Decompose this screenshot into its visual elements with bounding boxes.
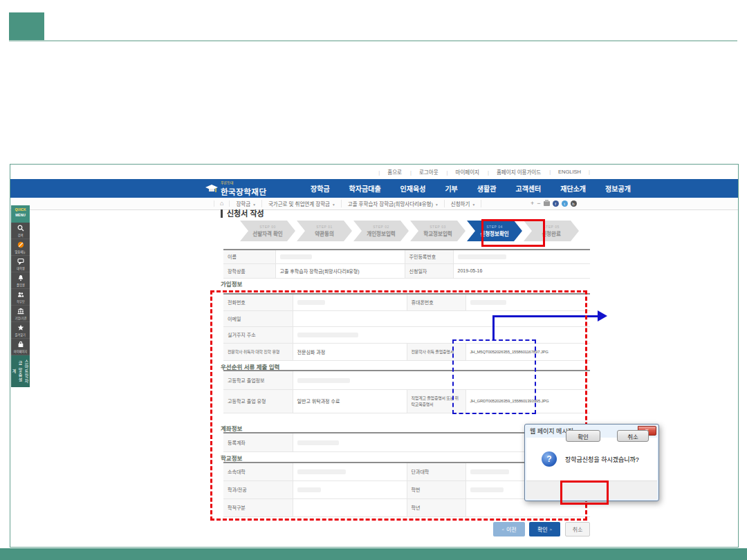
attached-file-name: JH_M5QT0052026355_1558601167897.JPG xyxy=(465,343,590,360)
search-icon xyxy=(17,225,24,232)
quick-item-search[interactable]: 검색 xyxy=(11,223,30,239)
utility-bar: 홈으로 로그아웃 마이페이지 홈페이지 이용가이드 ENGLISH xyxy=(10,165,738,179)
field-label: 고등학교 졸업 유형 xyxy=(223,389,293,413)
bank-icon xyxy=(17,308,24,315)
table-row: 이름 주민등록번호 xyxy=(223,250,590,263)
print-icon[interactable] xyxy=(544,201,550,206)
redacted-value xyxy=(297,333,358,337)
nav-scholarship[interactable]: 장학금 xyxy=(301,183,340,194)
field-value: 2019-05-16 xyxy=(453,263,590,278)
redacted-value xyxy=(458,254,506,259)
quick-menu-banner[interactable]: 스마트학자금 맞춤설계 xyxy=(11,355,30,387)
redacted-value xyxy=(470,487,504,492)
quick-item-student[interactable]: 대학생 xyxy=(11,256,30,272)
field-label: 학적구분 xyxy=(223,498,293,516)
step-complete: STEP 05 신청완료 xyxy=(524,221,579,241)
no-entry-icon xyxy=(17,241,24,248)
page-title: 신청서 작성 xyxy=(221,209,264,218)
field-label: 고등학교 졸업정보 xyxy=(223,371,293,389)
section-title-join: 가입정보 xyxy=(221,279,242,288)
nav-talent[interactable]: 인재육성 xyxy=(391,183,436,194)
step-indicator: STEP 00 선발자격 확인 STEP 01 약관동의 STEP 02 개인정… xyxy=(240,221,579,241)
web-page-message-dialog: 웹 페이지 메시지 ✕ ? 장학금신청을 하시겠습니까? 확인 취소 xyxy=(524,424,659,501)
field-label: 이메일 xyxy=(223,310,293,326)
redacted-value xyxy=(470,469,509,474)
table-row: 전문학사 취득자 대학 진학 유형 전문심화 과정 전문학사 취득 졸업증명서 … xyxy=(223,343,590,360)
logo-brand: 한국장학재단 xyxy=(221,188,266,196)
star-icon xyxy=(17,324,24,331)
annotation-blue-arrow-head xyxy=(598,310,607,321)
utility-link-guide[interactable]: 홈페이지 이용가이드 xyxy=(483,168,545,176)
nav-customer-center[interactable]: 고객센터 xyxy=(506,183,551,194)
website-screenshot: 홈으로 로그아웃 마이페이지 홈페이지 이용가이드 ENGLISH 푸른등대 한… xyxy=(10,164,739,548)
field-label: 실거주지 주소 xyxy=(223,326,293,343)
attached-file-name: JH_GRDT0052026359_1558601393995.JPG xyxy=(465,389,590,413)
field-label: 등록계좌 xyxy=(223,433,293,451)
kosaf-logo[interactable]: 푸른등대 한국장학재단 xyxy=(205,181,266,198)
quick-menu-header: QUICK MENU xyxy=(11,205,30,223)
field-value xyxy=(453,250,590,263)
table-row: 고등학교 졸업정보 xyxy=(223,371,590,389)
logo-subtitle: 푸른등대 xyxy=(221,181,266,185)
quick-item-corporate[interactable]: 기업/기관 xyxy=(11,306,30,322)
chevron-right-icon: > xyxy=(550,528,553,532)
nav-dormitory[interactable]: 생활관 xyxy=(468,183,506,194)
bell-icon xyxy=(17,274,24,281)
field-label: 주민등록번호 xyxy=(405,250,453,263)
dialog-body: ? 장학금신청을 하시겠습니까? xyxy=(526,438,657,480)
chat-icon xyxy=(17,258,24,265)
field-label: 직업계고 졸업증명서 또는 위탁교육증명서 xyxy=(407,389,465,413)
slide-footer-bar xyxy=(0,548,747,560)
confirm-button[interactable]: 확인 > xyxy=(529,522,560,536)
global-nav-bar: 푸른등대 한국장학재단 장학금 학자금대출 인재육성 기부 생활관 고객센터 재… xyxy=(10,179,738,198)
step-terms: STEP 01 약관동의 xyxy=(297,221,352,241)
quick-menu-sidebar: QUICK MENU 검색 맞춤메뉴 대학생 졸업생 학부모 xyxy=(11,205,30,387)
field-label: 학과/전공 xyxy=(223,480,293,498)
quick-item-custom-menu[interactable]: 맞춤메뉴 xyxy=(11,239,30,256)
nav-donation[interactable]: 기부 xyxy=(435,183,467,194)
applicant-summary-table: 이름 주민등록번호 장학상품 고졸 후학습자 장학금(희망사다리Ⅱ유형) 신청일… xyxy=(223,249,590,279)
field-label: 전문학사 취득자 대학 진학 유형 xyxy=(223,343,293,360)
field-value xyxy=(293,326,590,343)
step-personal-info: STEP 02 개인정보입력 xyxy=(353,221,409,241)
dialog-message: 장학금신청을 하시겠습니까? xyxy=(565,455,639,464)
dialog-ok-button[interactable]: 확인 xyxy=(566,430,600,442)
field-value xyxy=(293,310,590,326)
dialog-cancel-button[interactable]: 취소 xyxy=(617,430,649,442)
nav-loans[interactable]: 학자금대출 xyxy=(340,183,391,194)
users-icon xyxy=(17,291,24,298)
redacted-value xyxy=(297,487,321,492)
step-qualification: STEP 00 선발자격 확인 xyxy=(240,221,295,241)
graduation-cap-icon xyxy=(205,185,218,194)
step-school-info: STEP 03 학교정보입력 xyxy=(410,221,465,241)
utility-link-home[interactable]: 홈으로 xyxy=(374,168,406,176)
redacted-value xyxy=(297,469,346,474)
field-label: 학년 xyxy=(407,498,465,516)
nav-about[interactable]: 재단소개 xyxy=(551,183,596,194)
utility-link-mypage[interactable]: 마이페이지 xyxy=(443,168,483,176)
nav-disclosure[interactable]: 정보공개 xyxy=(596,183,640,194)
field-value xyxy=(293,294,407,310)
cancel-button[interactable]: 취소 xyxy=(565,522,590,536)
field-label: 단과대학 xyxy=(407,463,465,480)
quick-item-graduate[interactable]: 졸업생 xyxy=(11,272,30,289)
quick-item-parents[interactable]: 학부모 xyxy=(11,289,30,306)
field-value xyxy=(293,498,407,516)
utility-link-english[interactable]: ENGLISH xyxy=(545,169,585,175)
quick-item-mypage[interactable]: 마이페이지 xyxy=(11,339,30,355)
slide-header-rule xyxy=(9,40,737,41)
table-row: 실거주지 주소 xyxy=(223,326,590,343)
utility-link-logout[interactable]: 로그아웃 xyxy=(406,168,443,176)
prev-button[interactable]: < 이전 xyxy=(493,522,525,536)
join-info-table: 전화번호 휴대폰번호 이메일 실거주지 주소 전문학사 취득자 대학 진학 유형… xyxy=(223,293,590,361)
quick-item-favorites[interactable]: 즐겨찾기 xyxy=(11,322,30,339)
redacted-value xyxy=(297,440,339,445)
redacted-value xyxy=(470,300,506,305)
field-value xyxy=(293,371,590,389)
field-value xyxy=(293,463,407,480)
redacted-value xyxy=(280,254,312,259)
field-label: 신청일자 xyxy=(405,263,453,278)
field-label: 전화번호 xyxy=(223,294,293,310)
field-label: 장학상품 xyxy=(223,263,275,278)
table-row: 장학상품 고졸 후학습자 장학금(희망사다리Ⅱ유형) 신청일자 2019-05-… xyxy=(223,263,590,278)
